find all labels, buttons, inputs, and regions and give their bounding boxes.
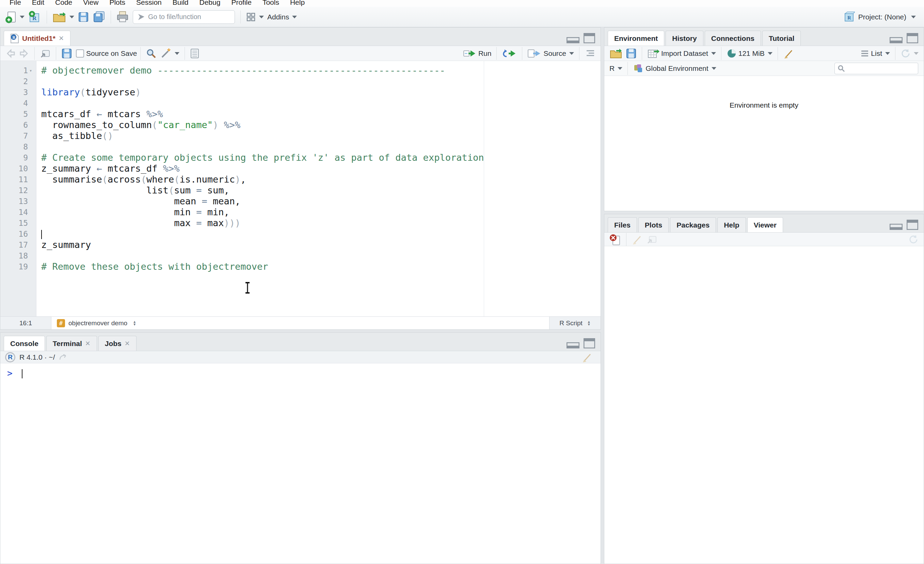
code-line[interactable]: mtcars_df ← mtcars %>% [41, 109, 601, 120]
line-number[interactable]: 13 [0, 196, 36, 207]
line-number[interactable]: 8 [0, 141, 36, 152]
line-number[interactable]: 18 [0, 250, 36, 261]
menu-view[interactable]: View [78, 0, 104, 3]
memory-usage-button[interactable]: 121 MiB [725, 47, 774, 60]
tab-tutorial[interactable]: Tutorial [762, 31, 801, 46]
code-line[interactable]: summarise(across(where(is.numeric), [41, 174, 601, 185]
refresh-viewer-button[interactable] [907, 233, 920, 246]
menu-file[interactable]: File [4, 0, 27, 3]
code-line[interactable] [41, 141, 601, 152]
minimize-icon[interactable] [567, 37, 579, 43]
tab-history[interactable]: History [666, 31, 703, 46]
console-output[interactable]: > [0, 363, 601, 564]
code-line[interactable] [41, 76, 601, 87]
line-number[interactable]: 4 [0, 98, 36, 109]
tab-files[interactable]: Files [608, 217, 637, 232]
environment-scope-selector[interactable]: Global Environment [631, 62, 718, 75]
line-number[interactable]: 11 [0, 174, 36, 185]
code-line[interactable] [41, 250, 601, 261]
load-workspace-button[interactable] [608, 47, 624, 60]
menu-plots[interactable]: Plots [104, 0, 131, 3]
editor-code[interactable]: # objectremover demo -------------------… [36, 61, 601, 316]
line-number[interactable]: 15 [0, 218, 36, 229]
new-project-button[interactable]: R [26, 9, 43, 25]
code-line[interactable]: library(tidyverse) [41, 87, 601, 98]
save-button[interactable] [76, 10, 91, 24]
show-in-new-window-button[interactable] [645, 233, 659, 246]
maximize-icon[interactable] [584, 33, 595, 43]
code-line[interactable]: list(sum = sum, [41, 185, 601, 196]
tab-environment[interactable]: Environment [608, 31, 664, 46]
line-number[interactable]: 14 [0, 207, 36, 218]
addins-button[interactable]: Addins [266, 12, 298, 23]
close-icon[interactable]: ✕ [58, 35, 64, 42]
tab-jobs[interactable]: Jobs✕ [98, 336, 136, 351]
find-replace-button[interactable] [144, 47, 158, 60]
minimize-icon[interactable] [567, 342, 579, 348]
line-number[interactable]: 12 [0, 185, 36, 196]
tab-viewer[interactable]: Viewer [747, 217, 783, 232]
maximize-icon[interactable] [907, 33, 918, 43]
import-dataset-button[interactable]: Import Dataset [645, 47, 718, 60]
file-type-menu[interactable]: R Script ▲▼ [549, 317, 601, 329]
menu-profile[interactable]: Profile [226, 0, 257, 3]
menu-build[interactable]: Build [167, 0, 194, 3]
menu-tools[interactable]: Tools [257, 0, 285, 3]
show-in-new-window-button[interactable] [38, 47, 52, 60]
code-line[interactable]: z_summary ← mtcars_df %>% [41, 163, 601, 174]
line-number[interactable]: 2 [0, 76, 36, 87]
compile-report-button[interactable] [188, 47, 201, 60]
code-line[interactable]: # Create some temporary objects using th… [41, 152, 601, 163]
clear-environment-button[interactable] [782, 46, 796, 61]
save-source-button[interactable] [60, 47, 74, 60]
discard-viewer-button[interactable] [608, 232, 623, 247]
rerun-button[interactable] [500, 48, 519, 59]
menu-help[interactable]: Help [285, 0, 310, 3]
print-button[interactable] [114, 9, 131, 24]
minimize-icon[interactable] [890, 37, 903, 43]
code-line[interactable]: min = min, [41, 207, 601, 218]
save-workspace-button[interactable] [624, 47, 638, 60]
menu-edit[interactable]: Edit [27, 0, 50, 3]
save-all-button[interactable] [91, 9, 107, 24]
line-number[interactable]: 6 [0, 120, 36, 131]
line-number[interactable]: 1▾ [0, 65, 36, 76]
clear-viewer-button[interactable] [630, 232, 645, 247]
run-button[interactable]: Run [461, 48, 494, 59]
code-line[interactable] [41, 98, 601, 109]
menu-code[interactable]: Code [50, 0, 78, 3]
code-line[interactable]: as_tibble() [41, 131, 601, 141]
new-file-button[interactable] [3, 9, 26, 25]
forward-button[interactable] [17, 47, 31, 60]
maximize-icon[interactable] [584, 338, 595, 348]
open-file-button[interactable] [50, 9, 76, 24]
source-on-save-checkbox[interactable] [74, 48, 86, 59]
addins-grid-button[interactable] [244, 11, 266, 24]
menu-session[interactable]: Session [131, 0, 167, 3]
code-line[interactable]: rownames_to_column("car_name") %>% [41, 120, 601, 131]
source-button[interactable]: Source [526, 47, 576, 60]
line-number[interactable]: 7 [0, 131, 36, 141]
code-line[interactable]: max = max))) [41, 218, 601, 229]
line-number[interactable]: 10 [0, 163, 36, 174]
tab-terminal[interactable]: Terminal✕ [46, 336, 97, 351]
tab-untitled1[interactable]: R Untitled1* ✕ [4, 31, 70, 46]
language-selector[interactable]: R [608, 63, 624, 74]
tab-plots[interactable]: Plots [638, 217, 669, 232]
tab-packages[interactable]: Packages [670, 217, 716, 232]
code-line[interactable]: # Remove these objects with objectremove… [41, 261, 601, 272]
fold-arrow-icon[interactable]: ▾ [28, 68, 36, 73]
tab-help[interactable]: Help [717, 217, 746, 232]
code-tools-button[interactable] [158, 46, 181, 61]
line-number[interactable]: 9 [0, 152, 36, 163]
refresh-environment-button[interactable] [899, 47, 920, 60]
working-directory-icon[interactable] [59, 353, 68, 361]
code-line[interactable] [41, 229, 601, 239]
code-line[interactable]: z_summary [41, 239, 601, 250]
close-icon[interactable]: ✕ [124, 340, 130, 347]
jump-to-menu[interactable]: # objectremover demo ▲▼ [51, 317, 549, 329]
goto-file-search[interactable] [133, 10, 235, 24]
minimize-icon[interactable] [890, 224, 903, 230]
display-mode-button[interactable]: List [859, 48, 892, 59]
line-number[interactable]: 5 [0, 109, 36, 120]
